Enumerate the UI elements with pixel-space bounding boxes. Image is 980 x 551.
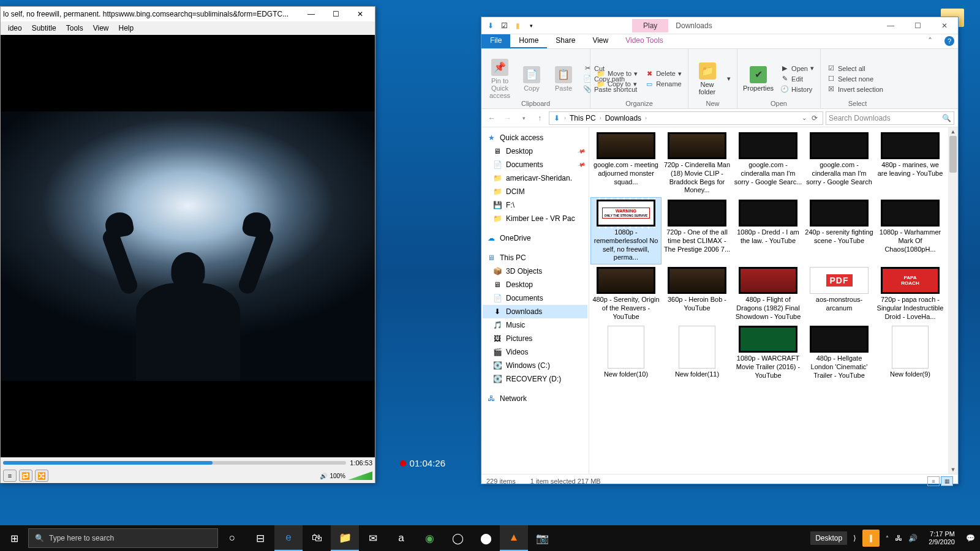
file-item[interactable]: 480p - Flight of Dragons (1982) Final Sh… <box>733 264 804 323</box>
invert-selection-button[interactable]: ☒Invert selection <box>824 84 886 94</box>
refresh-icon[interactable]: ⟳ <box>809 114 820 122</box>
menu-subtitle[interactable]: Subtitle <box>27 23 61 34</box>
nav-quick-item[interactable]: 📁americavr-Sheridan. <box>483 171 587 185</box>
file-item[interactable]: 240p - serenity fighting scene - YouTube <box>804 197 875 264</box>
address-dropdown-icon[interactable]: ⌄ <box>802 114 807 121</box>
tab-video-tools[interactable]: Video Tools <box>617 34 672 48</box>
delete-button[interactable]: ✖Delete ▾ <box>643 69 684 78</box>
move-to-button[interactable]: 📁Move to ▾ <box>594 69 640 78</box>
store-icon[interactable]: 🛍 <box>303 525 331 551</box>
tab-home[interactable]: Home <box>510 34 547 48</box>
select-none-button[interactable]: ☐Select none <box>824 74 886 84</box>
menu-tools[interactable]: Tools <box>61 23 88 34</box>
pin-quick-access-button[interactable]: 📌Pin to Quick access <box>485 58 514 100</box>
notifications-icon[interactable]: 💬 <box>966 534 975 542</box>
ribbon-collapse-icon[interactable]: ˄ <box>919 34 941 48</box>
playlist-button[interactable]: ≡ <box>3 470 17 482</box>
nav-pc-item[interactable]: ⬇Downloads <box>483 305 587 318</box>
explorer-icon[interactable]: 📁 <box>331 525 359 551</box>
mail-icon[interactable]: ✉ <box>359 525 387 551</box>
search-input[interactable]: Search Downloads 🔍 <box>826 111 954 125</box>
details-view-button[interactable]: ≡ <box>927 476 940 486</box>
maximize-button[interactable]: ☐ <box>323 7 348 21</box>
tab-view[interactable]: View <box>584 34 617 48</box>
tripadvisor-icon[interactable]: ◉ <box>415 525 443 551</box>
nav-pc-item[interactable]: 💽RECOVERY (D:) <box>483 372 587 386</box>
help-icon[interactable]: ? <box>944 36 954 46</box>
nav-quick-item[interactable]: 💾F:\ <box>483 198 587 212</box>
nav-quick-item[interactable]: 📁Kimber Lee - VR Pac <box>483 212 587 225</box>
nav-pc-item[interactable]: 📦3D Objects <box>483 264 587 278</box>
show-desktop-label[interactable]: Desktop <box>810 531 847 545</box>
volume-slider[interactable] <box>348 471 372 480</box>
network-icon[interactable]: 🖧 <box>895 534 902 542</box>
forward-button[interactable]: → <box>501 111 514 125</box>
nav-pc-item[interactable]: 🖥Desktop <box>483 278 587 291</box>
camera-icon[interactable]: 📷 <box>528 525 556 551</box>
file-item[interactable]: 480p - Hellgate London 'Cinematic' Trail… <box>804 323 875 382</box>
file-item[interactable]: New folder(11) <box>662 323 733 382</box>
properties-button[interactable]: ✔Properties <box>741 65 775 93</box>
edit-button[interactable]: ✎Edit <box>778 74 816 84</box>
tab-file[interactable]: File <box>481 34 510 48</box>
recent-dropdown[interactable]: ▾ <box>517 111 530 125</box>
nav-pc-item[interactable]: 🎵Music <box>483 318 587 332</box>
new-folder-button[interactable]: 📁New folder <box>692 61 722 97</box>
file-item[interactable]: PAPAROACH720p - papa roach - Singular In… <box>875 264 946 323</box>
nav-quick-item[interactable]: 🖥Desktop <box>483 144 587 158</box>
cortana-icon[interactable]: ○ <box>218 525 246 551</box>
menu-video[interactable]: ideo <box>3 23 27 34</box>
nav-quick-item[interactable]: 📄Documents <box>483 158 587 171</box>
close-button[interactable]: ✕ <box>931 17 958 34</box>
file-item[interactable]: google.com - meeting adjourned monster s… <box>590 130 662 197</box>
random-button[interactable]: 🔀 <box>35 470 48 482</box>
file-item[interactable]: 360p - Heroin Bob - YouTube <box>662 264 733 323</box>
select-all-button[interactable]: ☑Select all <box>824 64 886 73</box>
history-button[interactable]: 🕘History <box>778 84 816 94</box>
back-button[interactable]: ← <box>485 111 499 125</box>
new-item-button[interactable]: ▾ <box>725 74 733 83</box>
volume-icon[interactable]: 🔊 <box>908 534 918 542</box>
vlc-seekbar[interactable]: 1:06:53 <box>1 457 375 468</box>
vlc-video-area[interactable]: 01:04:26 <box>1 35 375 457</box>
start-button[interactable]: ⊞ <box>0 525 28 551</box>
qat-save-icon[interactable]: ⬇ <box>485 20 496 31</box>
vlc-icon[interactable]: ▲ <box>500 525 528 551</box>
file-list[interactable]: google.com - meeting adjourned monster s… <box>589 127 958 474</box>
taskbar-search[interactable]: 🔍 Type here to search <box>28 528 218 548</box>
rename-button[interactable]: ▭Rename <box>643 79 684 89</box>
obs-icon[interactable]: ⬤ <box>472 525 500 551</box>
file-item[interactable]: 720p - One of the all time best CLIMAX -… <box>662 197 733 264</box>
minimize-button[interactable]: — <box>877 17 904 34</box>
thumbnails-view-button[interactable]: ▦ <box>941 476 953 486</box>
network-section[interactable]: 🖧Network <box>483 392 587 405</box>
loop-button[interactable]: 🔁 <box>19 470 32 482</box>
onedrive-section[interactable]: ☁OneDrive <box>483 231 587 245</box>
nav-pc-item[interactable]: 🎬Videos <box>483 345 587 359</box>
tray-paused-icon[interactable]: ∥ <box>862 530 880 547</box>
tray-chevron-icon[interactable]: ˄ <box>886 535 889 542</box>
tray-overflow-icon[interactable]: ⟩ <box>853 534 856 542</box>
nav-pc-item[interactable]: 📄Documents <box>483 291 587 305</box>
copy-button[interactable]: 📄Copy <box>517 65 546 93</box>
qat-dropdown-icon[interactable]: ▾ <box>526 20 537 31</box>
open-button[interactable]: ▶Open ▾ <box>778 64 816 73</box>
copy-to-button[interactable]: 📁Copy to ▾ <box>594 79 640 89</box>
clock[interactable]: 7:17 PM2/9/2020 <box>924 530 960 546</box>
menu-view[interactable]: View <box>88 23 114 34</box>
nav-quick-item[interactable]: 📁DCIM <box>483 185 587 198</box>
file-item[interactable]: 1080p - Warhammer Mark Of Chaos(1080pH..… <box>875 197 946 264</box>
breadcrumb-thispc[interactable]: This PC <box>568 114 597 122</box>
explorer-titlebar[interactable]: ⬇ ☑ ▮ ▾ Play Downloads — ☐ ✕ <box>481 17 958 34</box>
file-item[interactable]: 480p - marines, we are leaving - YouTube <box>875 130 946 197</box>
file-item[interactable]: 720p - Cinderella Man (18) Movie CLIP - … <box>662 130 733 197</box>
thispc-section[interactable]: 🖥This PC <box>483 251 587 264</box>
task-view-icon[interactable]: ⊟ <box>246 525 274 551</box>
file-item[interactable]: 480p - Serenity, Origin of the Reavers -… <box>590 264 662 323</box>
mute-icon[interactable]: 🔊 <box>320 473 327 479</box>
qat-folder-icon[interactable]: ▮ <box>512 20 523 31</box>
file-item[interactable]: PDFaos-monstrous-arcanum <box>804 264 875 323</box>
file-item[interactable]: New folder(10) <box>590 323 662 382</box>
file-item[interactable]: WARNINGONLY THE STRONG SURVIVE1080p - re… <box>590 197 662 264</box>
nav-pc-item[interactable]: 🖼Pictures <box>483 332 587 345</box>
